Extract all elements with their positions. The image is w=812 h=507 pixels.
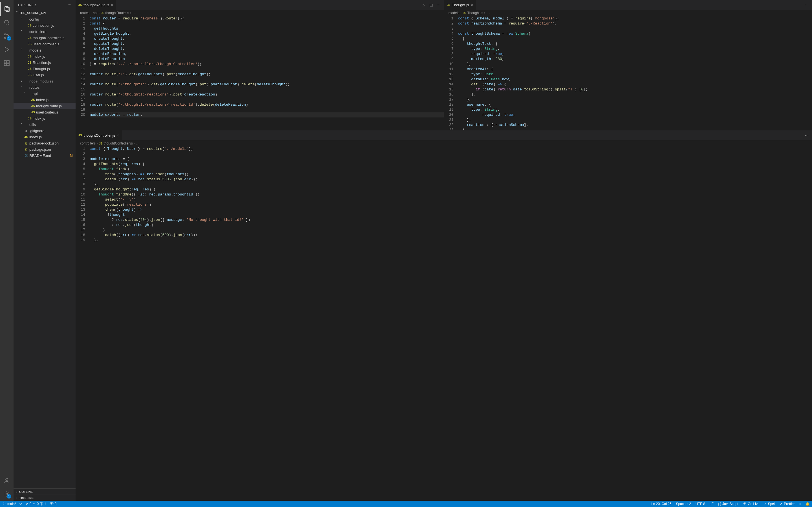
git-branch-status[interactable]: main* <box>2 502 16 506</box>
code-editor-1[interactable]: 1234567891011121314151617181920 const ro… <box>75 16 444 130</box>
breadcrumb-segment[interactable]: api <box>93 11 97 15</box>
tree-item-index-js[interactable]: JSindex.js <box>13 53 75 59</box>
breadcrumb-segment[interactable]: … <box>133 11 136 15</box>
tree-item-connection-js[interactable]: JSconnection.js <box>13 22 75 29</box>
chevron-icon: ˅ <box>19 48 24 52</box>
js-file-icon: JS <box>447 3 450 6</box>
tree-item-node-modules[interactable]: ›node_modules <box>13 78 75 84</box>
breadcrumb-segment[interactable]: thoughtController.js <box>104 142 133 145</box>
breadcrumb-segment[interactable]: thoughtRoute.js <box>105 11 129 15</box>
tree-item-usercontroller-js[interactable]: JSuserController.js <box>13 41 75 47</box>
breadcrumb-separator-icon: › <box>460 11 462 15</box>
tree-item-models[interactable]: ˅models <box>13 47 75 53</box>
outline-panel[interactable]: › OUTLINE <box>13 489 75 495</box>
account-icon[interactable] <box>0 474 13 487</box>
search-icon[interactable] <box>0 16 13 29</box>
sync-status[interactable]: ⟳ <box>19 502 22 506</box>
tree-item-package-json[interactable]: {}package.json <box>13 146 75 152</box>
tree-item-thought-js[interactable]: JSThought.js <box>13 66 75 72</box>
more-icon[interactable]: ⋯ <box>437 3 441 7</box>
tab-bar-2: JS Thought.js × ⋯ <box>444 0 812 10</box>
prettier-status[interactable]: ✓ Prettier <box>780 502 795 506</box>
indent-status[interactable]: Spaces: 2 <box>676 502 691 506</box>
tab-thoughtroute[interactable]: JS thoughtRoute.js × <box>75 0 116 10</box>
chevron-down-icon: ˅ <box>15 11 19 15</box>
tree-item-controllers[interactable]: ˅controllers <box>13 29 75 35</box>
explorer-more-icon[interactable]: ⋯ <box>68 3 71 7</box>
more-icon[interactable]: ⋯ <box>805 3 809 7</box>
cursor-position[interactable]: Ln 20, Col 25 <box>651 502 671 506</box>
tree-item-user-js[interactable]: JSUser.js <box>13 72 75 78</box>
feedback-icon[interactable]: ⫿ <box>799 502 801 506</box>
svg-point-5 <box>4 37 6 39</box>
tab-thoughtjs[interactable]: JS Thought.js × <box>444 0 476 10</box>
run-icon[interactable]: ▷ <box>423 3 425 7</box>
extensions-icon[interactable] <box>0 56 13 70</box>
language-status[interactable]: { }JavaScript <box>718 502 738 506</box>
file-label: Reaction.js <box>33 61 75 65</box>
tree-item-utils[interactable]: ˅utils <box>13 121 75 128</box>
file-icon: JS <box>27 55 32 58</box>
code-content[interactable]: const { Thought, User } = require("../mo… <box>90 147 812 501</box>
tree-item-readme-md[interactable]: ⓘREADME.mdM <box>13 152 75 159</box>
chevron-icon: ˅ <box>19 122 24 126</box>
eol-status[interactable]: LF <box>710 502 714 506</box>
breadcrumb-1[interactable]: routes›api›JSthoughtRoute.js›… <box>75 10 444 16</box>
close-icon[interactable]: × <box>111 3 113 7</box>
line-gutter: 12345678910111213141516171819 <box>75 147 90 501</box>
code-content[interactable]: const { Schema, model } = require('mongo… <box>458 16 812 130</box>
tree-item-thoughtcontroller-js[interactable]: JSthoughtController.js <box>13 35 75 41</box>
breadcrumb-segment[interactable]: models <box>449 11 460 15</box>
explorer-icon[interactable] <box>0 2 13 16</box>
timeline-panel[interactable]: › TIMELINE <box>13 495 75 501</box>
breadcrumb-segment[interactable]: routes <box>80 11 89 15</box>
split-editor-icon[interactable]: ◫ <box>429 3 433 7</box>
breadcrumb-segment[interactable]: … <box>486 11 490 15</box>
code-content[interactable]: const router = require('express').Router… <box>90 16 444 130</box>
encoding-status[interactable]: UTF-8 <box>696 502 705 506</box>
tree-item-thoughtroute-js[interactable]: JSthoughtRoute.js <box>13 103 75 109</box>
file-label: controllers <box>29 30 75 34</box>
tree-item--gitignore[interactable]: ◆.gitignore <box>13 128 75 134</box>
tab-bar-1: JS thoughtRoute.js × ▷ ◫ ⋯ <box>75 0 444 10</box>
chevron-right-icon: › <box>15 490 19 494</box>
ports-status[interactable]: 0 <box>50 502 57 506</box>
code-editor-3[interactable]: 12345678910111213141516171819 const { Th… <box>75 147 812 501</box>
project-root[interactable]: ˅ THE_SOCIAL_API <box>13 10 75 16</box>
file-label: node_modules <box>29 79 75 83</box>
tree-item-config[interactable]: ˅config <box>13 16 75 22</box>
bell-icon[interactable]: 🔔 <box>806 502 810 506</box>
tree-item-index-js[interactable]: JSindex.js <box>13 115 75 121</box>
git-status-badge: M <box>70 154 73 158</box>
tree-item-index-js[interactable]: JSindex.js <box>13 97 75 103</box>
tree-item-reaction-js[interactable]: JSReaction.js <box>13 59 75 66</box>
spell-status[interactable]: ✓ Spell <box>764 502 776 506</box>
tree-item-userroutes-js[interactable]: JSuserRoutes.js <box>13 109 75 115</box>
breadcrumb-3[interactable]: controllers›JSthoughtController.js›… <box>75 140 812 147</box>
chevron-icon: ˅ <box>22 92 27 96</box>
close-icon[interactable]: × <box>117 133 119 138</box>
explorer-title: EXPLORER <box>18 3 36 7</box>
tree-item-index-js[interactable]: JSindex.js <box>13 134 75 140</box>
breadcrumb-2[interactable]: models›JSThought.js›… <box>444 10 812 16</box>
go-live-status[interactable]: Go Live <box>743 502 759 506</box>
settings-gear-icon[interactable]: 1 <box>0 487 13 501</box>
run-debug-icon[interactable] <box>0 43 13 56</box>
more-icon[interactable]: ⋯ <box>805 133 809 137</box>
editor-pane-2: JS Thought.js × ⋯ models›JSThought.js›… … <box>444 0 812 130</box>
close-icon[interactable]: × <box>470 3 473 7</box>
breadcrumb-segment[interactable]: Thought.js <box>467 11 483 15</box>
tree-item-routes[interactable]: ˅routes <box>13 84 75 91</box>
tab-thoughtcontroller[interactable]: JS thoughtController.js × <box>75 130 122 140</box>
problems-status[interactable]: ⊘0 ⚠0 ⓘ1 <box>26 502 46 506</box>
svg-line-3 <box>8 24 9 25</box>
file-label: .gitignore <box>29 129 75 133</box>
tree-item-api[interactable]: ˅api <box>13 91 75 97</box>
code-editor-2[interactable]: 123456789101112131415161718192021222324 … <box>444 16 812 130</box>
breadcrumb-segment[interactable]: … <box>136 142 140 145</box>
svg-point-17 <box>51 503 52 504</box>
breadcrumb-segment[interactable]: controllers <box>80 142 96 145</box>
tree-item-package-lock-json[interactable]: {}package-lock.json <box>13 140 75 146</box>
source-control-icon[interactable]: 1 <box>0 29 13 43</box>
file-label: index.js <box>33 54 75 59</box>
